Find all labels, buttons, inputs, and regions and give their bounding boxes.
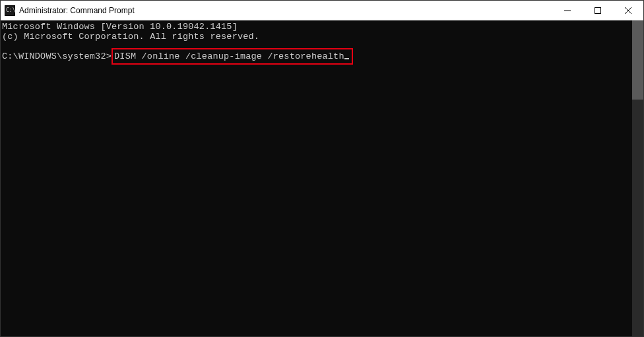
command-prompt-window: C:\ Administrator: Command Prompt Micros…	[0, 0, 644, 337]
terminal-content[interactable]: Microsoft Windows [Version 10.0.19042.14…	[1, 20, 632, 336]
minimize-button[interactable]	[552, 1, 583, 20]
window-controls	[552, 1, 643, 20]
titlebar[interactable]: C:\ Administrator: Command Prompt	[1, 1, 643, 20]
svg-text:C:\: C:\	[6, 7, 15, 13]
scrollbar-thumb[interactable]	[632, 20, 643, 100]
terminal-line-2: (c) Microsoft Corporation. All rights re…	[2, 32, 259, 42]
terminal-area[interactable]: Microsoft Windows [Version 10.0.19042.14…	[1, 20, 643, 336]
cmd-icon: C:\	[5, 5, 15, 16]
terminal-line-1: Microsoft Windows [Version 10.0.19042.14…	[2, 22, 238, 32]
close-button[interactable]	[613, 1, 643, 20]
vertical-scrollbar[interactable]	[632, 20, 643, 336]
text-cursor	[344, 58, 349, 59]
terminal-command: DISM /online /cleanup-image /restoreheal…	[114, 51, 344, 61]
maximize-button[interactable]	[583, 1, 613, 20]
command-highlight: DISM /online /cleanup-image /restoreheal…	[112, 48, 353, 65]
svg-rect-4	[595, 8, 601, 14]
terminal-prompt: C:\WINDOWS\system32>	[2, 51, 112, 61]
window-title: Administrator: Command Prompt	[19, 6, 135, 15]
